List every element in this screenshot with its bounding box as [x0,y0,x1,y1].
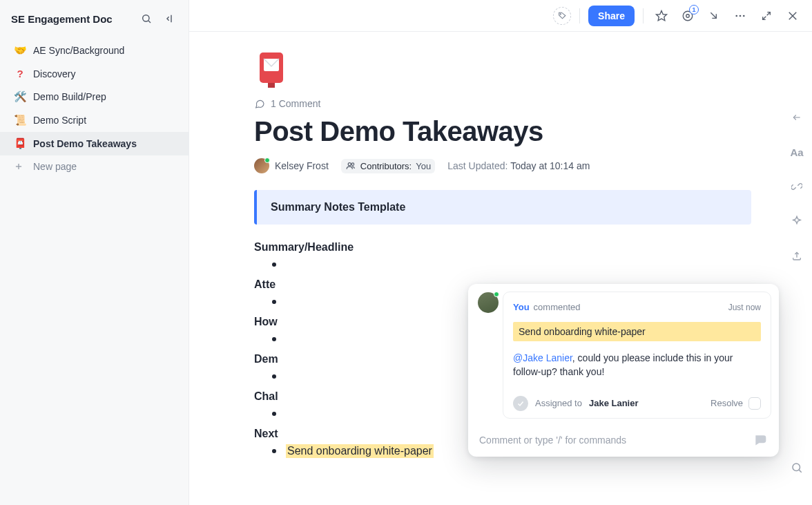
updated-label: Last Updated: [447,160,508,171]
commenter-avatar [478,292,499,313]
bullet-dot-icon [272,412,276,416]
sidebar: SE Engagement Doc 🤝 AE Sync/Background ?… [0,0,189,505]
comment-card: You commented Just now Send onboarding w… [503,292,771,419]
notifications-icon[interactable]: 1 [678,6,697,26]
divider [579,8,580,23]
typography-icon[interactable]: Aa [787,142,806,162]
svg-point-11 [740,15,742,17]
svg-point-8 [686,14,690,17]
comment-quote: Send onboarding white-paper [513,322,761,341]
sidebar-item-discovery[interactable]: ? Discovery [0,62,188,85]
tag-icon[interactable] [553,7,571,25]
page-emoji-icon[interactable] [254,51,289,88]
share-button[interactable]: Share [588,6,635,26]
bullet-dot-icon [272,263,276,267]
bullet-dot-icon [272,374,276,379]
page-title[interactable]: Post Demo Takeaways [254,116,751,147]
assignee-name: Jake Lanier [589,398,639,408]
sidebar-item-label: Demo Script [33,115,86,126]
svg-line-25 [799,470,801,472]
bullet-dot-icon [272,337,276,341]
resolve-checkbox[interactable] [748,397,761,410]
svg-line-1 [148,21,151,23]
comment-assign-row: Assigned to Jake Lanier Resolve [513,389,761,411]
comment-count-label: 1 Comment [271,98,320,109]
plus-icon [14,162,26,171]
author-name: Kelsey Frost [275,160,329,171]
sidebar-item-label: Discovery [33,68,75,79]
svg-line-13 [767,12,771,15]
sidebar-item-ae-sync[interactable]: 🤝 AE Sync/Background [0,39,188,62]
bullet-item[interactable] [254,258,751,271]
sidebar-new-page[interactable]: New page [0,155,188,178]
comment-action: commented [534,302,581,312]
doc-workspace-title: SE Engagement Doc [11,13,132,25]
contributors-value: You [416,161,431,171]
author-chip[interactable]: Kelsey Frost [254,158,329,173]
comment-input-row [468,426,779,457]
expand-icon[interactable] [757,6,776,26]
svg-point-24 [793,464,800,471]
comment-author: You [513,302,530,312]
svg-point-10 [735,15,737,17]
assign-check-icon[interactable] [513,396,528,411]
bullet-dot-icon [272,449,276,453]
handshake-icon: 🤝 [14,44,26,57]
sidebar-item-demo-script[interactable]: 📜 Demo Script [0,108,188,132]
sidebar-item-label: Post Demo Takeaways [33,138,137,149]
favorite-icon[interactable] [652,6,671,26]
doc-meta-row: Kelsey Frost Contributors: You Last Upda… [254,158,751,173]
comment-input[interactable] [479,435,753,446]
divider [643,8,644,23]
sidebar-new-page-label: New page [33,161,77,172]
sparkle-icon[interactable] [787,211,806,231]
search-page-icon[interactable] [787,458,806,477]
download-icon[interactable] [704,6,724,26]
sidebar-item-label: AE Sync/Background [33,45,124,56]
online-status-dot [264,158,270,163]
svg-line-14 [763,16,766,19]
comment-timestamp: Just now [728,303,761,312]
notification-badge: 1 [689,5,699,15]
sidebar-item-label: Demo Build/Prep [33,91,106,102]
author-avatar [254,158,269,173]
right-rail: Aa [782,32,812,505]
svg-point-12 [743,15,745,17]
svg-line-9 [710,12,716,18]
upload-icon[interactable] [787,246,806,265]
sidebar-item-post-demo[interactable]: 📮 Post Demo Takeaways [0,132,188,155]
comment-body: @Jake Lanier, could you please include t… [513,351,761,379]
comment-header: You commented Just now [513,302,761,312]
resolve-action[interactable]: Resolve [710,397,761,410]
section-heading[interactable]: Summary/Headline [254,241,751,254]
last-updated: Last Updated: Today at 10:14 am [447,160,590,171]
indent-icon[interactable] [787,108,806,127]
sidebar-item-demo-build[interactable]: 🛠️ Demo Build/Prep [0,85,188,108]
highlighted-text[interactable]: Send onboarding white-paper [286,444,434,458]
comment-count[interactable]: 1 Comment [254,98,751,109]
collapse-sidebar-icon[interactable] [161,10,179,28]
scroll-icon: 📜 [14,114,26,126]
comment-popup: You commented Just now Send onboarding w… [468,284,779,457]
contributors-label: Contributors: [360,161,412,171]
search-icon[interactable] [137,10,155,28]
more-icon[interactable] [731,6,750,26]
svg-point-21 [351,163,354,166]
bullet-dot-icon [272,300,276,304]
callout-block[interactable]: Summary Notes Template [254,190,751,225]
user-mention[interactable]: @Jake Lanier [513,352,572,363]
topbar: Share 1 [189,0,812,32]
link-icon[interactable] [787,177,806,196]
contributors-chip[interactable]: Contributors: You [341,159,435,173]
online-status-dot [494,292,499,297]
send-comment-icon[interactable] [753,433,768,447]
close-icon[interactable] [783,6,802,26]
svg-point-20 [348,163,351,166]
postbox-icon: 📮 [14,137,26,150]
assigned-to-label: Assigned to [535,398,582,408]
svg-marker-6 [657,10,667,20]
resolve-label: Resolve [710,398,743,408]
sidebar-header: SE Engagement Doc [0,0,188,35]
sidebar-page-list: 🤝 AE Sync/Background ? Discovery 🛠️ Demo… [0,35,188,178]
svg-point-0 [143,15,149,21]
